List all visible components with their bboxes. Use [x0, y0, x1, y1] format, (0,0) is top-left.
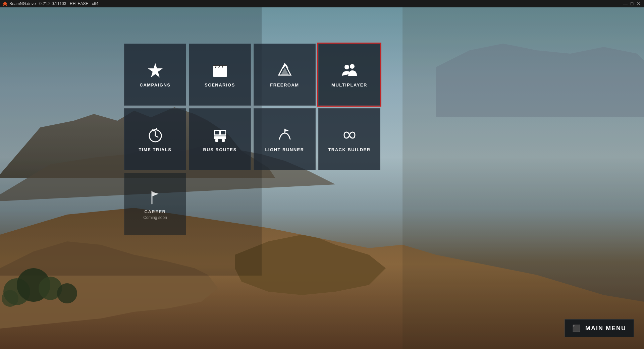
clock-check-icon — [147, 126, 164, 144]
star-icon — [147, 62, 164, 79]
tile-freeroam-label: FREEROAM — [270, 82, 299, 88]
maximize-button[interactable]: □ — [629, 1, 635, 6]
tile-bus-routes-label: BUS ROUTES — [203, 147, 236, 152]
tile-career[interactable]: Career Coming soon — [124, 173, 186, 235]
tile-campaigns[interactable]: CAMPAIGNS — [124, 44, 186, 106]
tile-bus-routes[interactable]: BUS ROUTES — [189, 108, 251, 170]
svg-rect-32 — [214, 135, 226, 136]
tile-career-label: Career — [145, 209, 166, 214]
bus-icon — [211, 126, 229, 144]
titlebar-left: BeamNG.drive - 0.21.2.0.11103 - RELEASE … — [3, 1, 98, 6]
titlebar: BeamNG.drive - 0.21.2.0.11103 - RELEASE … — [0, 0, 644, 7]
tile-scenarios-label: SCENARIOS — [205, 82, 235, 88]
svg-rect-31 — [221, 131, 225, 134]
main-menu-grid: CAMPAIGNS SCENARIOS FREEROAM — [124, 44, 380, 235]
svg-marker-14 — [148, 63, 163, 77]
main-menu-icon: ⬛ — [572, 324, 581, 332]
tile-track-builder-label: TRACK BUILDER — [328, 147, 370, 152]
clapperboard-icon — [211, 62, 229, 79]
close-button[interactable]: ✕ — [636, 1, 641, 6]
tile-campaigns-label: CAMPAIGNS — [140, 82, 171, 88]
tile-track-builder[interactable]: TRACK BUILDER — [318, 108, 380, 170]
main-menu-button[interactable]: ⬛ MAIN MENU — [565, 319, 634, 337]
tile-time-trials[interactable]: TIME TRIALS — [124, 108, 186, 170]
app-icon — [3, 1, 7, 6]
flag-icon — [147, 188, 164, 206]
svg-line-28 — [155, 136, 158, 137]
light-runner-icon — [276, 126, 293, 144]
minimize-button[interactable]: — — [623, 1, 628, 6]
svg-rect-15 — [213, 67, 227, 77]
tile-light-runner[interactable]: LIGHT RUNNER — [254, 108, 316, 170]
tile-time-trials-label: TIME TRIALS — [139, 147, 171, 152]
tile-multiplayer-label: MULTIPLAYER — [331, 82, 367, 88]
mountain-icon — [276, 62, 293, 79]
svg-point-24 — [344, 65, 349, 69]
people-icon — [341, 62, 358, 79]
tile-multiplayer[interactable]: MULTIPLAYER — [318, 44, 380, 106]
titlebar-title: BeamNG.drive - 0.21.2.0.11103 - RELEASE … — [9, 1, 98, 6]
tile-scenarios[interactable]: SCENARIOS — [189, 44, 251, 106]
svg-point-33 — [215, 139, 218, 142]
main-menu-label: MAIN MENU — [585, 325, 626, 332]
svg-point-25 — [350, 64, 355, 69]
track-builder-icon — [341, 126, 358, 144]
tile-career-sublabel: Coming soon — [143, 215, 167, 220]
tile-freeroam[interactable]: FREEROAM — [254, 44, 316, 106]
titlebar-controls[interactable]: — □ ✕ — [623, 1, 641, 6]
tile-light-runner-label: LIGHT RUNNER — [265, 147, 304, 152]
svg-rect-30 — [215, 131, 219, 134]
svg-point-34 — [222, 139, 225, 142]
